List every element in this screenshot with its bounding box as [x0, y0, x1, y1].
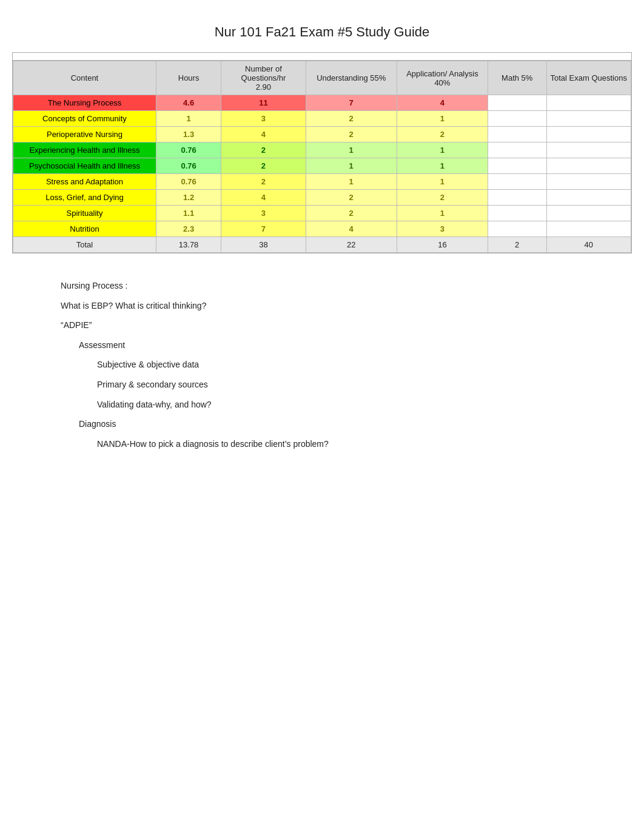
- study-guide-table: Content Hours Number of Questions/hr 2.9…: [13, 61, 631, 253]
- table-row: Perioperative Nursing1.3422: [13, 127, 631, 143]
- header-content: Content: [13, 61, 156, 95]
- table-row: Experiencing Health and Illness0.76211: [13, 143, 631, 158]
- sub2: Primary & secondary sources: [61, 377, 583, 393]
- table-row: Loss, Grief, and Dying1.2422: [13, 190, 631, 206]
- assessment-label: Assessment: [61, 337, 583, 354]
- study-guide-table-container: Content Hours Number of Questions/hr 2.9…: [12, 52, 632, 253]
- header-math: Math 5%: [488, 61, 546, 95]
- notes-section: Nursing Process : What is EBP? What is c…: [12, 272, 632, 461]
- adpie-label: “ADPIE”: [61, 317, 583, 334]
- table-row: Stress and Adaptation0.76211: [13, 174, 631, 190]
- header-hours: Hours: [156, 61, 221, 95]
- sub1: Subjective & objective data: [61, 357, 583, 373]
- table-row: Spirituality1.1321: [13, 206, 631, 221]
- table-row: Psychosocial Health and Illness0.76211: [13, 158, 631, 174]
- header-total: Total Exam Questions: [546, 61, 631, 95]
- diag-sub1: NANDA-How to pick a diagnosis to describ…: [61, 436, 583, 452]
- header-application: Application/ Analysis 40%: [397, 61, 488, 95]
- table-row: Nutrition2.3743: [13, 221, 631, 237]
- total-row: Total13.78382216240: [13, 237, 631, 253]
- nursing-process-label: Nursing Process :: [61, 278, 583, 294]
- diagnosis-label: Diagnosis: [61, 416, 583, 432]
- table-row: The Nursing Process4.61174: [13, 95, 631, 111]
- page-title: Nur 101 Fa21 Exam #5 Study Guide: [12, 24, 632, 40]
- sub3: Validating data-why, and how?: [61, 397, 583, 413]
- header-understanding: Understanding 55%: [306, 61, 397, 95]
- header-questions: Number of Questions/hr 2.90: [221, 61, 306, 95]
- exam-label: [13, 53, 631, 61]
- table-row: Concepts of Community1321: [13, 111, 631, 127]
- ebp-line: What is EBP? What is critical thinking?: [61, 298, 583, 314]
